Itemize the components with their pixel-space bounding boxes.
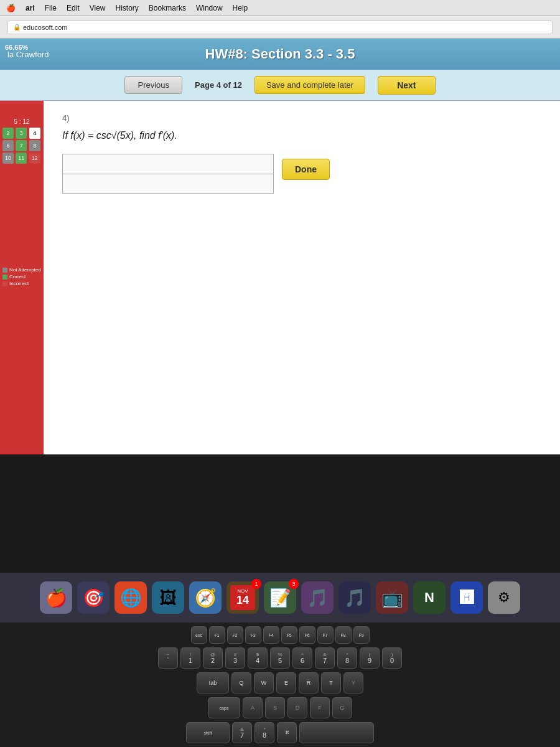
key-f6[interactable]: F6 xyxy=(299,626,315,644)
key-w[interactable]: W xyxy=(254,672,274,693)
dock-finder[interactable]: 🍎 xyxy=(40,581,72,614)
key-4[interactable]: $4 xyxy=(248,647,268,669)
q-btn-7[interactable]: 7 xyxy=(16,140,27,151)
key-f7[interactable]: F7 xyxy=(317,626,334,644)
key-shift-left[interactable]: shift xyxy=(186,722,230,743)
next-button[interactable]: Next xyxy=(378,76,435,95)
key-backtick[interactable]: ~` xyxy=(158,647,178,669)
key-y[interactable]: Y xyxy=(343,672,363,693)
menu-file[interactable]: File xyxy=(45,4,57,12)
key-d[interactable]: D xyxy=(287,697,307,718)
key-a[interactable]: A xyxy=(243,697,263,718)
dock-news[interactable]: N xyxy=(413,581,446,614)
calendar-month: NOV xyxy=(237,588,248,594)
key-0[interactable]: )0 xyxy=(382,647,402,669)
key-7[interactable]: &7 xyxy=(315,647,335,669)
question-text: If f(x) = csc√(5x), find f′(x). xyxy=(62,130,541,141)
q-btn-10[interactable]: 10 xyxy=(2,153,14,164)
menu-edit[interactable]: Edit xyxy=(67,4,80,12)
main-content: 66.66% 5 : 12 2 3 4 6 7 8 10 11 12 xyxy=(0,101,560,454)
q-btn-11[interactable]: 11 xyxy=(16,153,27,164)
dock-app-store[interactable]: 🅰 xyxy=(450,581,483,614)
key-e[interactable]: E xyxy=(276,672,296,693)
key-f[interactable]: F xyxy=(310,697,330,718)
dock-photos[interactable]: 🖼 xyxy=(152,581,184,614)
nav-bar: Previous Page 4 of 12 Save and complete … xyxy=(0,70,560,101)
key-t[interactable]: T xyxy=(321,672,341,693)
key-2[interactable]: @2 xyxy=(203,647,223,669)
q-btn-3[interactable]: 3 xyxy=(16,128,27,139)
key-f3[interactable]: F3 xyxy=(245,626,261,644)
key-cmd[interactable]: ⌘ xyxy=(277,722,297,743)
key-esc[interactable]: esc xyxy=(191,626,207,644)
q-btn-4[interactable]: 4 xyxy=(29,128,40,139)
menu-help[interactable]: Help xyxy=(233,4,248,12)
key-f2[interactable]: F2 xyxy=(227,626,243,644)
browser-chrome: 🔒 educosoft.com xyxy=(0,16,560,39)
key-tab[interactable]: tab xyxy=(197,672,229,693)
dock-settings[interactable]: ⚙ xyxy=(488,581,520,614)
asdf-row: caps A S D F G xyxy=(208,697,352,718)
done-button[interactable]: Done xyxy=(282,159,330,180)
legend-dot-incorrect xyxy=(2,281,7,286)
apple-menu[interactable]: 🍎 xyxy=(6,4,16,12)
dock-notes[interactable]: 📝 3 xyxy=(264,581,296,614)
previous-button[interactable]: Previous xyxy=(124,76,182,94)
save-button[interactable]: Save and complete later xyxy=(254,76,365,94)
answer-input-numerator[interactable] xyxy=(62,154,274,174)
menu-bookmarks[interactable]: Bookmarks xyxy=(149,4,186,12)
sidebar: 66.66% 5 : 12 2 3 4 6 7 8 10 11 12 xyxy=(0,101,44,454)
dock-itunes[interactable]: 🎵 xyxy=(338,581,371,614)
key-1[interactable]: !1 xyxy=(180,647,200,669)
menu-view[interactable]: View xyxy=(90,4,106,12)
q-btn-6[interactable]: 6 xyxy=(2,140,14,151)
question-grid-container: 5 : 12 2 3 4 6 7 8 10 11 12 xyxy=(2,118,41,166)
key-s[interactable]: S xyxy=(265,697,285,718)
key-ampersand[interactable]: &7 xyxy=(232,722,252,743)
calendar-badge: 1 xyxy=(251,579,261,589)
question-count: 5 : 12 xyxy=(2,118,41,125)
dock-chrome[interactable]: 🌐 xyxy=(114,581,147,614)
key-f8[interactable]: F8 xyxy=(335,626,352,644)
question-number: 4) xyxy=(62,113,541,123)
key-asterisk[interactable]: *8 xyxy=(254,722,274,743)
key-5[interactable]: %5 xyxy=(270,647,290,669)
dock-safari[interactable]: 🧭 xyxy=(189,581,222,614)
key-3[interactable]: #3 xyxy=(225,647,245,669)
key-9[interactable]: (9 xyxy=(360,647,380,669)
key-caps[interactable]: caps xyxy=(208,697,240,718)
key-f1[interactable]: F1 xyxy=(209,626,225,644)
key-f5[interactable]: F5 xyxy=(281,626,297,644)
answer-box-container: Done xyxy=(62,154,274,194)
q-btn-8[interactable]: 8 xyxy=(29,140,40,151)
dock-calendar[interactable]: NOV 14 1 xyxy=(226,581,259,614)
key-f4[interactable]: F4 xyxy=(263,626,279,644)
key-space[interactable] xyxy=(299,722,374,743)
dock-launchpad[interactable]: 🎯 xyxy=(77,581,110,614)
menu-window[interactable]: Window xyxy=(196,4,223,12)
q-btn-2[interactable]: 2 xyxy=(2,128,14,139)
dock-tv[interactable]: 📺 xyxy=(376,581,408,614)
menu-app-name[interactable]: ari xyxy=(26,4,35,12)
dock-music[interactable]: 🎵 xyxy=(301,581,334,614)
menu-history[interactable]: History xyxy=(116,4,139,12)
keyboard: esc F1 F2 F3 F4 F5 F6 F7 F8 F9 ~` !1 @2 … xyxy=(0,622,560,747)
calendar-date: 14 xyxy=(236,594,249,607)
lock-icon: 🔒 xyxy=(13,24,21,31)
legend: Not Attempted Correct Incorrect xyxy=(2,267,41,288)
key-q[interactable]: Q xyxy=(231,672,251,693)
progress-percentage: 66.66% xyxy=(5,44,28,51)
key-g[interactable]: G xyxy=(332,697,352,718)
legend-dot-correct xyxy=(2,275,7,280)
key-8[interactable]: *8 xyxy=(337,647,357,669)
q-btn-12[interactable]: 12 xyxy=(29,153,40,164)
key-r[interactable]: R xyxy=(299,672,319,693)
url-text: educosoft.com xyxy=(23,24,68,31)
answer-input-denominator[interactable] xyxy=(62,174,274,194)
url-bar[interactable]: 🔒 educosoft.com xyxy=(7,21,553,34)
question-area: 4) If f(x) = csc√(5x), find f′(x). Done xyxy=(44,101,560,454)
key-6[interactable]: ^6 xyxy=(292,647,312,669)
legend-dot-not-attempted xyxy=(2,268,7,273)
calendar-widget: NOV 14 xyxy=(230,585,255,610)
key-f9[interactable]: F9 xyxy=(353,626,370,644)
